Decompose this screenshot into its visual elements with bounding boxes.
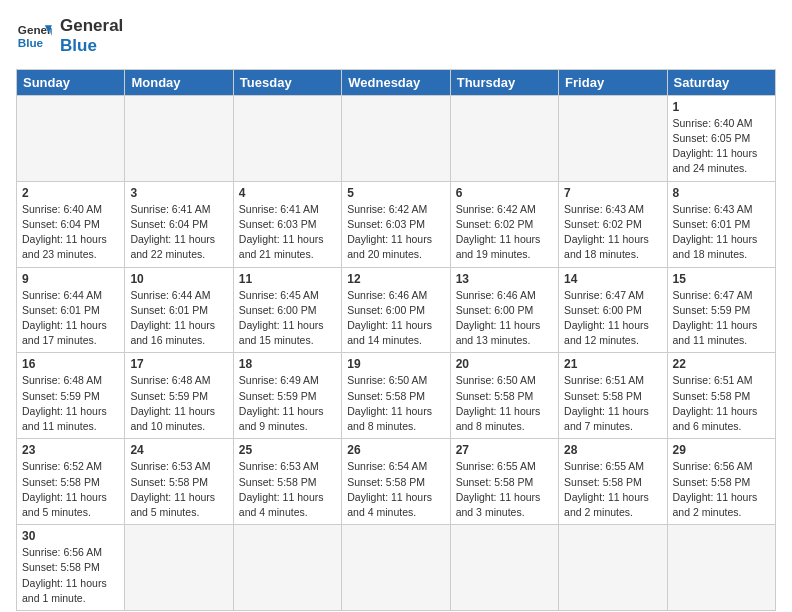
day-info: Sunrise: 6:48 AMSunset: 5:59 PMDaylight:… (130, 373, 227, 434)
calendar-cell (450, 95, 558, 181)
calendar-cell: 26Sunrise: 6:54 AMSunset: 5:58 PMDayligh… (342, 439, 450, 525)
day-info: Sunrise: 6:55 AMSunset: 5:58 PMDaylight:… (456, 459, 553, 520)
day-number: 1 (673, 100, 770, 114)
day-info: Sunrise: 6:47 AMSunset: 6:00 PMDaylight:… (564, 288, 661, 349)
day-number: 6 (456, 186, 553, 200)
calendar-cell: 27Sunrise: 6:55 AMSunset: 5:58 PMDayligh… (450, 439, 558, 525)
day-number: 17 (130, 357, 227, 371)
day-info: Sunrise: 6:54 AMSunset: 5:58 PMDaylight:… (347, 459, 444, 520)
calendar-week-2: 2Sunrise: 6:40 AMSunset: 6:04 PMDaylight… (17, 181, 776, 267)
day-info: Sunrise: 6:53 AMSunset: 5:58 PMDaylight:… (239, 459, 336, 520)
day-header-friday: Friday (559, 69, 667, 95)
day-info: Sunrise: 6:51 AMSunset: 5:58 PMDaylight:… (673, 373, 770, 434)
calendar-week-5: 23Sunrise: 6:52 AMSunset: 5:58 PMDayligh… (17, 439, 776, 525)
day-header-monday: Monday (125, 69, 233, 95)
day-number: 5 (347, 186, 444, 200)
day-header-tuesday: Tuesday (233, 69, 341, 95)
day-number: 28 (564, 443, 661, 457)
logo-blue: Blue (60, 36, 123, 56)
day-number: 11 (239, 272, 336, 286)
day-info: Sunrise: 6:40 AMSunset: 6:05 PMDaylight:… (673, 116, 770, 177)
day-number: 23 (22, 443, 119, 457)
day-number: 27 (456, 443, 553, 457)
day-info: Sunrise: 6:51 AMSunset: 5:58 PMDaylight:… (564, 373, 661, 434)
day-number: 12 (347, 272, 444, 286)
calendar-cell (125, 95, 233, 181)
logo: General Blue General Blue (16, 16, 123, 57)
calendar-cell: 14Sunrise: 6:47 AMSunset: 6:00 PMDayligh… (559, 267, 667, 353)
day-header-thursday: Thursday (450, 69, 558, 95)
day-info: Sunrise: 6:43 AMSunset: 6:01 PMDaylight:… (673, 202, 770, 263)
day-number: 13 (456, 272, 553, 286)
day-number: 16 (22, 357, 119, 371)
calendar-cell: 9Sunrise: 6:44 AMSunset: 6:01 PMDaylight… (17, 267, 125, 353)
calendar-cell: 18Sunrise: 6:49 AMSunset: 5:59 PMDayligh… (233, 353, 341, 439)
day-info: Sunrise: 6:42 AMSunset: 6:03 PMDaylight:… (347, 202, 444, 263)
calendar-cell: 7Sunrise: 6:43 AMSunset: 6:02 PMDaylight… (559, 181, 667, 267)
svg-text:General: General (18, 24, 52, 37)
calendar-cell: 28Sunrise: 6:55 AMSunset: 5:58 PMDayligh… (559, 439, 667, 525)
calendar-week-1: 1Sunrise: 6:40 AMSunset: 6:05 PMDaylight… (17, 95, 776, 181)
calendar-week-4: 16Sunrise: 6:48 AMSunset: 5:59 PMDayligh… (17, 353, 776, 439)
day-header-sunday: Sunday (17, 69, 125, 95)
calendar-cell: 6Sunrise: 6:42 AMSunset: 6:02 PMDaylight… (450, 181, 558, 267)
day-header-saturday: Saturday (667, 69, 775, 95)
day-number: 14 (564, 272, 661, 286)
day-info: Sunrise: 6:41 AMSunset: 6:03 PMDaylight:… (239, 202, 336, 263)
calendar-cell (233, 95, 341, 181)
calendar-cell (233, 525, 341, 611)
day-info: Sunrise: 6:43 AMSunset: 6:02 PMDaylight:… (564, 202, 661, 263)
day-number: 7 (564, 186, 661, 200)
calendar-cell: 20Sunrise: 6:50 AMSunset: 5:58 PMDayligh… (450, 353, 558, 439)
calendar-week-6: 30Sunrise: 6:56 AMSunset: 5:58 PMDayligh… (17, 525, 776, 611)
day-number: 2 (22, 186, 119, 200)
day-number: 26 (347, 443, 444, 457)
calendar-cell: 19Sunrise: 6:50 AMSunset: 5:58 PMDayligh… (342, 353, 450, 439)
calendar-cell: 8Sunrise: 6:43 AMSunset: 6:01 PMDaylight… (667, 181, 775, 267)
day-info: Sunrise: 6:55 AMSunset: 5:58 PMDaylight:… (564, 459, 661, 520)
calendar-cell (450, 525, 558, 611)
calendar-cell (125, 525, 233, 611)
calendar-cell: 25Sunrise: 6:53 AMSunset: 5:58 PMDayligh… (233, 439, 341, 525)
day-info: Sunrise: 6:40 AMSunset: 6:04 PMDaylight:… (22, 202, 119, 263)
calendar-cell (342, 95, 450, 181)
calendar-cell: 15Sunrise: 6:47 AMSunset: 5:59 PMDayligh… (667, 267, 775, 353)
calendar-week-3: 9Sunrise: 6:44 AMSunset: 6:01 PMDaylight… (17, 267, 776, 353)
day-info: Sunrise: 6:41 AMSunset: 6:04 PMDaylight:… (130, 202, 227, 263)
calendar-cell: 5Sunrise: 6:42 AMSunset: 6:03 PMDaylight… (342, 181, 450, 267)
day-info: Sunrise: 6:46 AMSunset: 6:00 PMDaylight:… (456, 288, 553, 349)
day-info: Sunrise: 6:44 AMSunset: 6:01 PMDaylight:… (130, 288, 227, 349)
calendar-cell: 30Sunrise: 6:56 AMSunset: 5:58 PMDayligh… (17, 525, 125, 611)
calendar-cell (17, 95, 125, 181)
calendar-cell (342, 525, 450, 611)
day-info: Sunrise: 6:53 AMSunset: 5:58 PMDaylight:… (130, 459, 227, 520)
day-number: 21 (564, 357, 661, 371)
calendar-cell (667, 525, 775, 611)
calendar-cell: 16Sunrise: 6:48 AMSunset: 5:59 PMDayligh… (17, 353, 125, 439)
day-number: 29 (673, 443, 770, 457)
day-number: 30 (22, 529, 119, 543)
day-info: Sunrise: 6:48 AMSunset: 5:59 PMDaylight:… (22, 373, 119, 434)
day-info: Sunrise: 6:50 AMSunset: 5:58 PMDaylight:… (456, 373, 553, 434)
calendar-cell: 21Sunrise: 6:51 AMSunset: 5:58 PMDayligh… (559, 353, 667, 439)
calendar-cell: 12Sunrise: 6:46 AMSunset: 6:00 PMDayligh… (342, 267, 450, 353)
calendar-header-row: SundayMondayTuesdayWednesdayThursdayFrid… (17, 69, 776, 95)
calendar-cell: 17Sunrise: 6:48 AMSunset: 5:59 PMDayligh… (125, 353, 233, 439)
day-info: Sunrise: 6:56 AMSunset: 5:58 PMDaylight:… (673, 459, 770, 520)
day-number: 8 (673, 186, 770, 200)
calendar-cell (559, 525, 667, 611)
calendar-cell: 3Sunrise: 6:41 AMSunset: 6:04 PMDaylight… (125, 181, 233, 267)
day-number: 22 (673, 357, 770, 371)
day-number: 19 (347, 357, 444, 371)
svg-text:Blue: Blue (18, 36, 44, 49)
day-number: 4 (239, 186, 336, 200)
calendar-cell: 10Sunrise: 6:44 AMSunset: 6:01 PMDayligh… (125, 267, 233, 353)
day-number: 9 (22, 272, 119, 286)
logo-general: General (60, 16, 123, 36)
calendar-cell: 29Sunrise: 6:56 AMSunset: 5:58 PMDayligh… (667, 439, 775, 525)
day-header-wednesday: Wednesday (342, 69, 450, 95)
day-info: Sunrise: 6:56 AMSunset: 5:58 PMDaylight:… (22, 545, 119, 606)
calendar-cell: 4Sunrise: 6:41 AMSunset: 6:03 PMDaylight… (233, 181, 341, 267)
page-header: General Blue General Blue (16, 16, 776, 57)
day-number: 3 (130, 186, 227, 200)
